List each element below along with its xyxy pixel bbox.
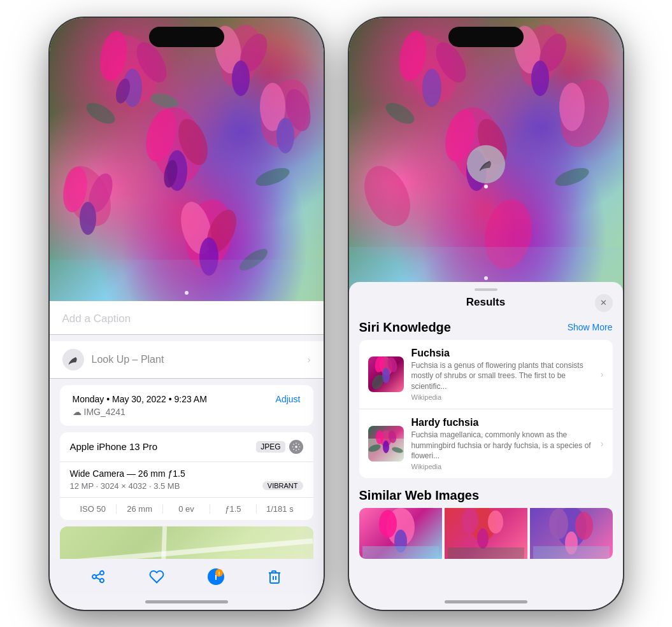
- camera-specs: Wide Camera — 26 mm ƒ1.5: [70, 468, 303, 479]
- exif-shutter: 1/181 s: [257, 504, 303, 514]
- svg-point-80: [575, 512, 593, 540]
- svg-text:!: !: [218, 570, 220, 577]
- lookup-label: Look Up – Plant: [92, 354, 164, 365]
- gear-icon: [289, 440, 303, 454]
- svg-point-70: [379, 510, 397, 538]
- siri-knowledge-title: Siri Knowledge: [359, 320, 451, 335]
- meta-date: Monday • May 30, 2022 • 9:23 AM: [73, 394, 207, 404]
- svg-point-76: [477, 528, 489, 549]
- dynamic-island: [149, 27, 224, 47]
- hardy-name: Hardy fuchsia: [411, 417, 593, 428]
- lookup-icon: [62, 349, 84, 370]
- dynamic-island-right: [448, 27, 524, 47]
- show-more-button[interactable]: Show More: [568, 322, 613, 332]
- delete-button[interactable]: [263, 565, 286, 588]
- exif-ev: 0 ev: [163, 504, 210, 514]
- knowledge-item-fuchsia[interactable]: Fuchsia Fuchsia is a genus of flowering …: [359, 340, 613, 409]
- svg-point-26: [83, 99, 118, 128]
- style-badge: VIBRANT: [262, 481, 303, 490]
- similar-image-2[interactable]: [445, 508, 527, 559]
- hardy-source: Wikipedia: [411, 463, 593, 470]
- siri-visual-lookup-button[interactable]: [467, 145, 505, 183]
- svg-point-17: [276, 118, 294, 153]
- hardy-chevron: ›: [601, 439, 604, 449]
- results-header: Results ✕: [349, 291, 623, 315]
- results-title: Results: [466, 296, 505, 309]
- favorite-button[interactable]: [145, 565, 168, 588]
- right-home-indicator: [445, 600, 527, 603]
- meta-filename: ☁ IMG_4241: [73, 407, 301, 417]
- svg-rect-72: [362, 546, 439, 559]
- similar-images-grid: [359, 508, 613, 559]
- hardy-content: Hardy fuchsia Fuchsia magellanica, commo…: [411, 417, 593, 470]
- photo-area: [50, 18, 324, 301]
- similar-image-1[interactable]: [359, 508, 442, 559]
- page-dot: [185, 291, 189, 295]
- fuchsia-thumbnail: [368, 356, 404, 392]
- exif-mm: 26 mm: [117, 504, 163, 514]
- fuchsia-content: Fuchsia Fuchsia is a genus of flowering …: [411, 348, 593, 401]
- resolution-row: 12 MP · 3024 × 4032 · 3.5 MB VIBRANT: [70, 481, 303, 491]
- svg-point-41: [422, 69, 441, 107]
- knowledge-item-hardy[interactable]: Hardy fuchsia Fuchsia magellanica, commo…: [359, 409, 613, 478]
- device-row: Apple iPhone 13 Pro JPEG: [60, 432, 313, 462]
- similar-images-title: Similar Web Images: [359, 488, 613, 503]
- exif-aperture: ƒ1.5: [210, 504, 257, 514]
- svg-point-64: [376, 430, 383, 444]
- leaf-icon: [477, 155, 495, 173]
- leaf-lookup-icon: [67, 353, 80, 366]
- results-panel[interactable]: Results ✕ Siri Knowledge Show More: [349, 282, 623, 610]
- svg-point-75: [488, 511, 503, 533]
- lookup-chevron: ›: [308, 355, 311, 365]
- device-badges: JPEG: [256, 440, 303, 454]
- svg-point-21: [80, 202, 96, 235]
- knowledge-card: Fuchsia Fuchsia is a genus of flowering …: [359, 340, 613, 479]
- close-button[interactable]: ✕: [595, 294, 613, 312]
- svg-point-55: [552, 164, 590, 190]
- caption-placeholder: Add a Caption: [62, 313, 131, 325]
- info-area[interactable]: Add a Caption Look Up – Plant › Mon: [50, 301, 324, 559]
- adjust-button[interactable]: Adjust: [276, 394, 301, 404]
- svg-rect-77: [448, 547, 524, 559]
- svg-point-79: [549, 509, 568, 539]
- lookup-row[interactable]: Look Up – Plant ›: [50, 341, 324, 379]
- home-indicator: [145, 600, 228, 603]
- share-button[interactable]: [87, 565, 110, 588]
- meta-section: Monday • May 30, 2022 • 9:23 AM Adjust ☁…: [60, 385, 313, 426]
- similar-image-3[interactable]: [530, 508, 613, 559]
- exif-row: ISO 50 26 mm 0 ev ƒ1.5 1/181 s: [60, 498, 313, 520]
- device-section: Apple iPhone 13 Pro JPEG Wide Camera — 2…: [60, 432, 313, 520]
- siri-knowledge-section: Siri Knowledge Show More: [349, 315, 623, 485]
- map-area[interactable]: [60, 526, 313, 559]
- fuchsia-description: Fuchsia is a genus of flowering plants t…: [411, 360, 593, 392]
- device-name: Apple iPhone 13 Pro: [70, 441, 158, 452]
- svg-point-45: [531, 60, 549, 96]
- svg-point-51: [559, 83, 585, 131]
- left-phone: Add a Caption Look Up – Plant › Mon: [50, 18, 324, 610]
- svg-point-74: [462, 508, 478, 533]
- caption-field[interactable]: Add a Caption: [50, 301, 324, 335]
- siri-knowledge-header: Siri Knowledge Show More: [359, 315, 613, 340]
- right-photo-area: [349, 18, 623, 292]
- format-badge: JPEG: [256, 441, 285, 453]
- fuchsia-name: Fuchsia: [411, 348, 593, 359]
- svg-rect-82: [533, 546, 610, 559]
- exif-iso: ISO 50: [70, 504, 117, 514]
- hardy-description: Fuchsia magellanica, commonly known as t…: [411, 430, 593, 461]
- svg-rect-30: [50, 260, 324, 301]
- cloud-icon: ☁: [73, 407, 82, 417]
- svg-point-66: [383, 440, 389, 453]
- svg-point-31: [295, 446, 297, 448]
- camera-row: Wide Camera — 26 mm ƒ1.5 12 MP · 3024 × …: [60, 462, 313, 498]
- hardy-thumbnail: [368, 426, 404, 461]
- right-phone: Results ✕ Siri Knowledge Show More: [349, 18, 623, 610]
- svg-point-8: [232, 60, 250, 96]
- similar-images-section: Similar Web Images: [349, 488, 623, 559]
- info-button[interactable]: i !: [204, 565, 227, 588]
- fuchsia-chevron: ›: [601, 369, 604, 379]
- right-page-dot: [484, 276, 488, 280]
- svg-point-54: [382, 99, 417, 128]
- svg-point-27: [253, 164, 291, 190]
- fuchsia-source: Wikipedia: [411, 393, 593, 401]
- siri-dot: [484, 185, 488, 188]
